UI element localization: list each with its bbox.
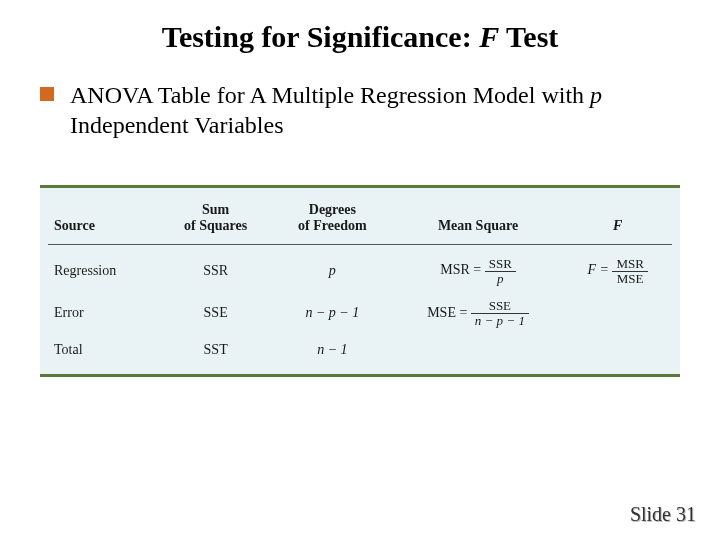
anova-table: Source Sum of Squares Degrees of Freedom… [48, 198, 672, 360]
col-F: F [563, 198, 672, 245]
cell-ms-total [393, 330, 564, 360]
square-bullet-icon [40, 87, 54, 101]
bullet-p-italic: p [590, 82, 602, 108]
col-dof-line1: Degrees [309, 202, 356, 217]
cell-dof-nm1: n − 1 [317, 342, 347, 357]
mse-den: n − p − 1 [471, 314, 529, 328]
footer-num: 31 [676, 503, 696, 525]
table-header-row: Source Sum of Squares Degrees of Freedom… [48, 198, 672, 245]
cell-source-total: Total [48, 330, 159, 360]
cell-sos-error: SSE [159, 287, 272, 329]
col-F-label: F [613, 218, 622, 233]
cell-F-regression: F = MSR MSE [563, 245, 672, 288]
fraction-icon: SSR p [485, 257, 516, 285]
table-row: Error SSE n − p − 1 MSE = SSE n − p − 1 [48, 287, 672, 329]
table-row: Regression SSR p MSR = SSR p [48, 245, 672, 288]
cell-ms-regression: MSR = SSR p [393, 245, 564, 288]
title-text-lead: Testing for Significance: [162, 20, 480, 53]
table-row: Total SST n − 1 [48, 330, 672, 360]
col-degrees-of-freedom: Degrees of Freedom [272, 198, 393, 245]
bullet-tail: Independent Variables [70, 112, 283, 138]
col-sos-line2: of Squares [184, 218, 247, 233]
col-sos-line1: Sum [202, 202, 229, 217]
F-den: MSE [612, 272, 647, 286]
slide-number: Slide 31 [630, 503, 696, 526]
cell-dof-total: n − 1 [272, 330, 393, 360]
bullet-item: ANOVA Table for A Multiple Regression Mo… [40, 80, 680, 140]
msr-num: SSR [485, 257, 516, 272]
msr-lhs: MSR = [440, 262, 481, 277]
cell-dof-p: p [329, 263, 336, 278]
cell-dof-regression: p [272, 245, 393, 288]
cell-F-error [563, 287, 672, 329]
F-lhs: F = [587, 262, 609, 277]
bullet-lead: ANOVA Table for A Multiple Regression Mo… [70, 82, 590, 108]
fraction-icon: MSR MSE [612, 257, 647, 285]
title-italic-F: F [479, 20, 499, 53]
cell-dof-error: n − p − 1 [272, 287, 393, 329]
col-source: Source [48, 198, 159, 245]
cell-source-regression: Regression [48, 245, 159, 288]
anova-table-container: Source Sum of Squares Degrees of Freedom… [40, 185, 680, 377]
title-text-tail: Test [499, 20, 558, 53]
mse-lhs: MSE = [427, 305, 467, 320]
cell-sos-regression: SSR [159, 245, 272, 288]
bullet-text: ANOVA Table for A Multiple Regression Mo… [70, 80, 680, 140]
cell-F-total [563, 330, 672, 360]
mse-num: SSE [471, 299, 529, 314]
col-mean-square: Mean Square [393, 198, 564, 245]
slide-body: ANOVA Table for A Multiple Regression Mo… [0, 60, 720, 140]
slide-title: Testing for Significance: F Test [0, 0, 720, 60]
col-sum-of-squares: Sum of Squares [159, 198, 272, 245]
col-dof-line2: of Freedom [298, 218, 367, 233]
fraction-icon: SSE n − p − 1 [471, 299, 529, 327]
slide: Testing for Significance: F Test ANOVA T… [0, 0, 720, 540]
cell-sos-total: SST [159, 330, 272, 360]
cell-ms-error: MSE = SSE n − p − 1 [393, 287, 564, 329]
cell-source-error: Error [48, 287, 159, 329]
footer-label: Slide [630, 503, 671, 525]
F-num: MSR [612, 257, 647, 272]
cell-dof-nmp1: n − p − 1 [305, 305, 359, 320]
msr-den: p [485, 272, 516, 286]
